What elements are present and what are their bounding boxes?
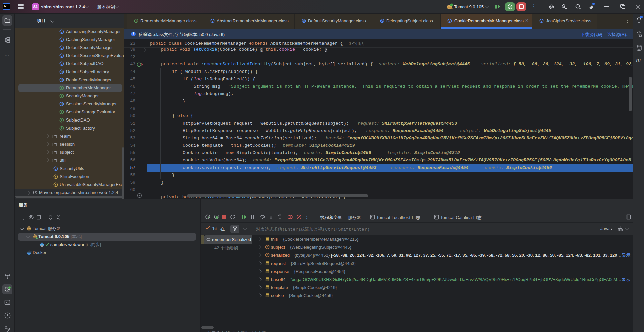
svg-text:I: I bbox=[139, 63, 139, 66]
